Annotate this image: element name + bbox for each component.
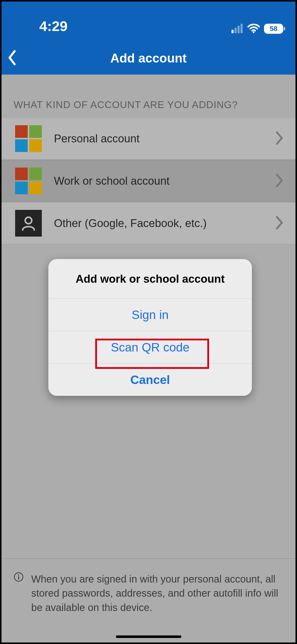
svg-point-9 (18, 574, 19, 575)
page-title: Add account (110, 51, 187, 66)
svg-rect-3 (241, 24, 243, 33)
footer-text: When you are signed in with your persona… (31, 572, 283, 615)
sheet-title: Add work or school account (48, 259, 252, 299)
wifi-icon (247, 23, 260, 34)
svg-rect-2 (238, 26, 240, 33)
scan-qr-button[interactable]: Scan QR code (48, 331, 252, 364)
svg-point-4 (253, 31, 255, 33)
footer-note: When you are signed in with your persona… (2, 562, 295, 625)
cancel-button[interactable]: Cancel (48, 364, 252, 396)
nav-bar: Add account (2, 42, 295, 75)
battery-icon: 58 (264, 23, 285, 34)
cellular-icon (232, 23, 244, 34)
divider (2, 558, 295, 559)
status-time: 4:29 (39, 18, 68, 34)
svg-rect-1 (235, 28, 237, 33)
sign-in-button[interactable]: Sign in (48, 299, 252, 331)
info-icon (14, 572, 24, 615)
action-sheet: Add work or school account Sign in Scan … (48, 259, 252, 396)
svg-rect-10 (18, 576, 19, 579)
back-button[interactable] (8, 50, 17, 67)
battery-level: 58 (270, 25, 277, 33)
svg-rect-0 (232, 30, 234, 33)
svg-rect-6 (284, 27, 285, 30)
status-bar: 4:29 (2, 2, 295, 42)
home-indicator[interactable] (116, 635, 181, 638)
